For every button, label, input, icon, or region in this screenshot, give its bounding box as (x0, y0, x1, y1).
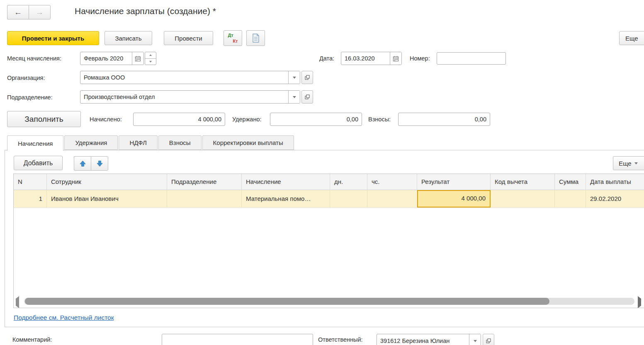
date-calendar-button[interactable] (390, 52, 401, 65)
save-button[interactable]: Записать (104, 31, 152, 45)
nav-back-button[interactable]: ← (7, 5, 29, 19)
payroll-document-window: ← → Начисление зарплаты (создание) * Про… (0, 0, 644, 345)
number-input[interactable] (437, 52, 506, 65)
cell-row-number[interactable]: 1 (14, 190, 47, 207)
scroll-right-icon (638, 296, 641, 308)
document-icon (252, 34, 260, 43)
number-label: Номер: (410, 55, 430, 62)
column-header[interactable]: Результат (417, 174, 491, 190)
month-input[interactable]: Февраль 2020 (80, 52, 144, 65)
chevron-down-icon (634, 162, 638, 164)
add-row-button[interactable]: Добавить (14, 156, 63, 170)
organization-label: Организация: (7, 75, 45, 81)
tab-deductions[interactable]: Удержания (64, 135, 118, 150)
scroll-left-icon (16, 296, 19, 308)
move-up-icon (80, 160, 86, 167)
accrued-label: Начислено: (90, 116, 122, 123)
open-form-icon (305, 94, 310, 99)
accrued-input[interactable]: 4 000,00 (133, 113, 225, 126)
column-header[interactable]: Подразделение (167, 174, 242, 190)
report-button[interactable] (246, 30, 265, 46)
cell-department[interactable] (167, 190, 242, 207)
responsible-label: Ответственный: (318, 336, 363, 343)
chevron-down-icon (474, 340, 477, 342)
move-row-buttons (74, 156, 108, 171)
column-header[interactable]: чс. (367, 174, 417, 190)
payslip-link[interactable]: Подробнее см. Расчетный листок (14, 314, 114, 321)
spinner-down-icon (149, 61, 152, 63)
nav-forward-button[interactable]: → (29, 5, 51, 19)
tab-bar: Начисления Удержания НДФЛ Взносы Коррект… (7, 135, 295, 151)
organization-input[interactable]: Ромашка ООО (80, 71, 300, 84)
chevron-down-icon (293, 77, 296, 79)
cell-employee[interactable]: Иванов Иван Иванович (47, 190, 167, 207)
fill-button[interactable]: Заполнить (7, 111, 81, 127)
move-down-button[interactable] (91, 156, 108, 171)
column-header[interactable]: Дата выплаты (586, 174, 644, 190)
calendar-icon (393, 55, 399, 62)
move-up-button[interactable] (74, 156, 91, 171)
department-input[interactable]: Производственный отдел (80, 90, 300, 104)
date-input[interactable]: 16.03.2020 (341, 52, 402, 65)
move-down-icon (97, 160, 103, 167)
table-row[interactable]: 1 Иванов Иван Иванович Материальная помо… (14, 190, 644, 208)
dt-kt-button[interactable]: Дт Кт (224, 30, 242, 46)
chevron-down-icon (293, 96, 296, 98)
cell-result-selected[interactable]: 4 000,00 (417, 190, 491, 207)
tab-payment-adjustments[interactable]: Корректировки выплаты (202, 135, 294, 150)
tab-contributions[interactable]: Взносы (158, 135, 202, 150)
post-and-close-button[interactable]: Провести и закрыть (7, 31, 99, 45)
column-header[interactable]: Код вычета (491, 174, 555, 190)
contributions-label: Взносы: (368, 116, 391, 123)
scroll-left-button[interactable] (16, 299, 19, 306)
contributions-input[interactable]: 0,00 (398, 113, 490, 126)
spinner-down-button[interactable] (145, 59, 156, 65)
responsible-input[interactable]: 391612 Березина Юлиан (377, 334, 481, 345)
nav-history: ← → (7, 5, 51, 19)
comment-input[interactable] (162, 334, 313, 345)
month-spinner (145, 52, 156, 65)
month-calendar-button[interactable] (132, 52, 143, 65)
back-icon: ← (14, 8, 22, 17)
forward-icon: → (36, 8, 44, 17)
department-dropdown-button[interactable] (288, 91, 300, 103)
withheld-label: Удержано: (232, 116, 262, 123)
department-open-button[interactable] (301, 90, 313, 104)
more-button-top[interactable]: Еще (619, 31, 644, 45)
page-title: Начисление зарплаты (создание) * (75, 6, 216, 16)
column-header[interactable]: Начисление (242, 174, 330, 190)
cell-pay-date[interactable]: 29.02.2020 (586, 190, 644, 207)
scroll-right-button[interactable] (638, 299, 641, 306)
spinner-up-button[interactable] (145, 52, 156, 59)
open-form-icon (486, 338, 491, 343)
post-button[interactable]: Провести (164, 31, 213, 45)
organization-dropdown-button[interactable] (288, 71, 300, 84)
cell-deduction-code[interactable] (491, 190, 555, 207)
cell-amount[interactable] (555, 190, 586, 207)
more-button-grid[interactable]: Еще (613, 156, 644, 170)
comment-label: Комментарий: (12, 336, 52, 343)
tab-accruals[interactable]: Начисления (7, 135, 63, 151)
h-scrollbar-thumb[interactable] (25, 298, 549, 305)
responsible-open-button[interactable] (483, 334, 494, 345)
cell-hours[interactable] (367, 190, 417, 207)
column-header[interactable]: N (14, 174, 47, 190)
tab-ndfl[interactable]: НДФЛ (119, 135, 157, 150)
month-label: Месяц начисления: (7, 55, 61, 62)
spinner-up-icon (149, 54, 152, 56)
department-label: Подразделение: (7, 94, 53, 101)
date-label: Дата: (319, 55, 334, 62)
cell-accrual[interactable]: Материальная помо… (242, 190, 330, 207)
calendar-icon (135, 55, 141, 62)
withheld-input[interactable]: 0,00 (270, 113, 362, 126)
table-header-row: N Сотрудник Подразделение Начисление дн.… (14, 174, 644, 190)
organization-open-button[interactable] (301, 71, 313, 84)
column-header[interactable]: Сумма (555, 174, 586, 190)
responsible-dropdown-button[interactable] (469, 334, 481, 345)
dt-kt-icon: Дт Кт (228, 33, 238, 43)
accruals-table: N Сотрудник Подразделение Начисление дн.… (13, 174, 644, 308)
cell-days[interactable] (330, 190, 367, 207)
open-form-icon (305, 75, 310, 80)
column-header[interactable]: Сотрудник (47, 174, 167, 190)
column-header[interactable]: дн. (330, 174, 367, 190)
